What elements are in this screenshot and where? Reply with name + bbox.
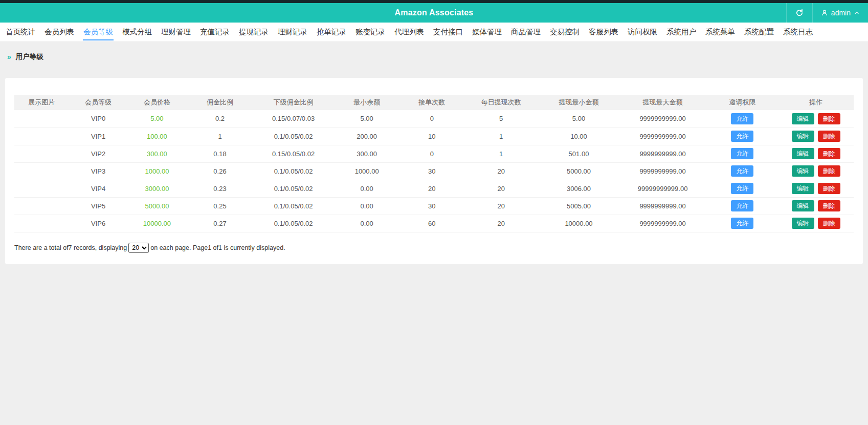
cell-commission: 0.2 [186, 110, 253, 128]
allow-button[interactable]: 允许 [731, 165, 753, 177]
delete-button[interactable]: 删除 [818, 113, 840, 124]
allow-button[interactable]: 允许 [731, 183, 753, 194]
cell-level: VIP0 [69, 110, 128, 128]
cell-level: VIP3 [69, 162, 128, 180]
refresh-button[interactable] [786, 3, 813, 23]
cell-commission: 0.25 [186, 197, 253, 215]
nav-item-recharge-records[interactable]: 充值记录 [195, 23, 234, 41]
edit-button[interactable]: 编辑 [792, 148, 814, 159]
allow-button[interactable]: 允许 [731, 200, 753, 211]
table-row: VIP31000.000.260.1/0.05/0.021000.0030205… [14, 162, 854, 180]
column-header: 接单次数 [400, 95, 463, 110]
pagination: There are a total of7 records, displayin… [14, 243, 854, 253]
cell-actions: 编辑删除 [778, 197, 854, 215]
nav-item-finance-records[interactable]: 理财记录 [273, 23, 312, 41]
delete-button[interactable]: 删除 [818, 183, 840, 194]
nav-item-agent-list[interactable]: 代理列表 [390, 23, 429, 41]
allow-button[interactable]: 允许 [731, 131, 753, 142]
edit-button[interactable]: 编辑 [792, 131, 814, 142]
delete-button[interactable]: 删除 [818, 131, 840, 142]
nav-item-member-list[interactable]: 会员列表 [40, 23, 79, 41]
nav-item-balance-change-records[interactable]: 账变记录 [351, 23, 390, 41]
cell-daily-withdraw: 20 [463, 197, 539, 215]
nav-item-trade-control[interactable]: 交易控制 [545, 23, 584, 41]
cell-image [14, 110, 69, 128]
cell-level: VIP2 [69, 145, 128, 162]
nav-item-system-users[interactable]: 系统用户 [662, 23, 701, 41]
allow-button[interactable]: 允许 [731, 113, 753, 124]
header-actions: admin [786, 3, 868, 23]
nav-item-system-logs[interactable]: 系统日志 [778, 23, 817, 41]
cell-daily-withdraw: 1 [463, 128, 539, 145]
nav-item-mode-group[interactable]: 模式分组 [118, 23, 157, 41]
cell-sub-commission: 0.1/0.05/0.02 [254, 162, 333, 180]
column-header: 最小余额 [333, 95, 400, 110]
column-header: 会员价格 [128, 95, 187, 110]
nav-item-system-config[interactable]: 系统配置 [740, 23, 778, 41]
delete-button[interactable]: 删除 [818, 165, 840, 177]
table-row: VIP1100.0010.1/0.05/0.02200.0010110.0099… [14, 128, 854, 145]
cell-daily-withdraw: 1 [463, 145, 539, 162]
edit-button[interactable]: 编辑 [792, 200, 814, 211]
table-row: VIP2300.000.180.15/0.05/0.02300.0001501.… [14, 145, 854, 162]
edit-button[interactable]: 编辑 [792, 165, 814, 177]
cell-daily-withdraw: 5 [463, 110, 539, 128]
nav-item-media-mgmt[interactable]: 媒体管理 [468, 23, 506, 41]
cell-min-balance: 1000.00 [333, 162, 400, 180]
cell-max-withdraw: 9999999999.00 [618, 145, 706, 162]
cell-commission: 0.23 [186, 180, 253, 197]
edit-button[interactable]: 编辑 [792, 183, 814, 194]
cell-max-withdraw: 9999999999.00 [618, 128, 706, 145]
allow-button[interactable]: 允许 [731, 218, 753, 229]
cell-order-count: 10 [400, 128, 463, 145]
delete-button[interactable]: 删除 [818, 218, 840, 229]
cell-invite-permission: 允许 [707, 215, 778, 232]
cell-price: 1000.00 [128, 162, 187, 180]
cell-commission: 1 [186, 128, 253, 145]
nav-item-payment-interface[interactable]: 支付接口 [429, 23, 468, 41]
cell-image [14, 215, 69, 232]
cell-max-withdraw: 9999999999.00 [618, 197, 706, 215]
cell-max-withdraw: 9999999999.00 [618, 110, 706, 128]
breadcrumb-chevrons-icon: » [7, 53, 11, 61]
user-icon [821, 9, 828, 16]
cell-min-balance: 0.00 [333, 197, 400, 215]
user-menu[interactable]: admin [813, 3, 868, 23]
cell-level: VIP6 [69, 215, 128, 232]
cell-min-withdraw: 10.00 [539, 128, 619, 145]
cell-sub-commission: 0.1/0.05/0.02 [254, 215, 333, 232]
column-header: 佣金比例 [186, 95, 253, 110]
table-header-row: 展示图片会员等级会员价格佣金比例下级佣金比例最小余额接单次数每日提现次数提现最小… [14, 95, 854, 110]
cell-price: 5.00 [128, 110, 187, 128]
nav-item-service-list[interactable]: 客服列表 [584, 23, 623, 41]
edit-button[interactable]: 编辑 [792, 218, 814, 229]
nav-item-product-mgmt[interactable]: 商品管理 [506, 23, 545, 41]
nav-item-home-stats[interactable]: 首页统计 [1, 23, 40, 41]
nav-item-access-perms[interactable]: 访问权限 [623, 23, 662, 41]
cell-order-count: 60 [400, 215, 463, 232]
delete-button[interactable]: 删除 [818, 148, 840, 159]
allow-button[interactable]: 允许 [731, 148, 753, 159]
cell-sub-commission: 0.15/0.05/0.02 [254, 145, 333, 162]
cell-daily-withdraw: 20 [463, 215, 539, 232]
page-size-select[interactable]: 20 [128, 243, 149, 253]
nav-item-system-menu[interactable]: 系统菜单 [701, 23, 740, 41]
cell-invite-permission: 允许 [707, 145, 778, 162]
nav-item-grab-order-records[interactable]: 抢单记录 [312, 23, 351, 41]
pagination-text-prefix: There are a total of7 records, displayin… [14, 244, 127, 251]
pagination-text-suffix: on each page. Page1 of1 is currently dis… [150, 244, 285, 251]
cell-min-balance: 300.00 [333, 145, 400, 162]
cell-max-withdraw: 9999999999.00 [618, 215, 706, 232]
edit-button[interactable]: 编辑 [792, 113, 814, 124]
cell-commission: 0.18 [186, 145, 253, 162]
cell-commission: 0.27 [186, 215, 253, 232]
column-header: 下级佣金比例 [254, 95, 333, 110]
nav-item-finance-mgmt[interactable]: 理财管理 [157, 23, 195, 41]
cell-min-withdraw: 10000.00 [539, 215, 619, 232]
cell-price: 100.00 [128, 128, 187, 145]
nav-item-member-level[interactable]: 会员等级 [79, 23, 118, 41]
nav-item-withdraw-records[interactable]: 提现记录 [234, 23, 273, 41]
cell-image [14, 162, 69, 180]
table-row: VIP610000.000.270.1/0.05/0.020.006020100… [14, 215, 854, 232]
delete-button[interactable]: 删除 [818, 200, 840, 211]
